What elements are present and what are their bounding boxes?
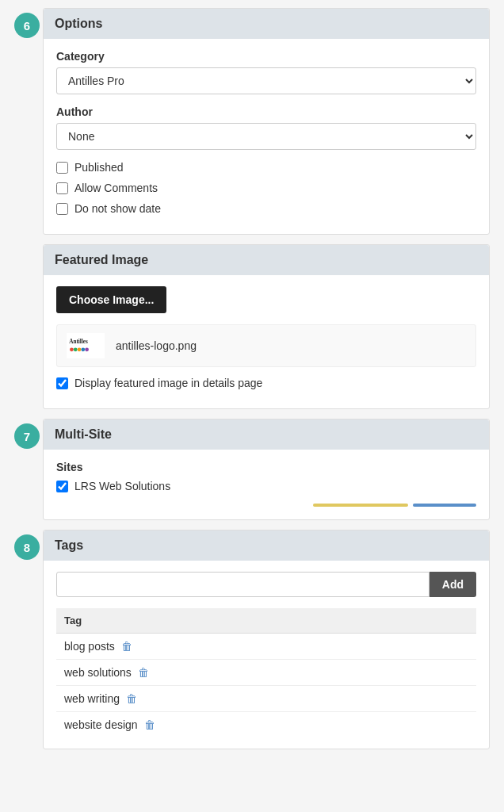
- delete-tag-icon[interactable]: 🗑: [121, 640, 132, 653]
- tags-input-row: Add: [56, 572, 476, 597]
- featured-image-section-header: Featured Image: [44, 245, 489, 275]
- svg-point-6: [85, 347, 89, 351]
- image-thumbnail: Antilles: [67, 331, 105, 360]
- svg-point-5: [81, 347, 85, 351]
- image-filename: antilles-logo.png: [116, 339, 197, 352]
- tag-name: website design: [64, 718, 138, 731]
- published-label: Published: [74, 161, 124, 174]
- step-8-badge: 8: [14, 534, 40, 560]
- delete-tag-icon[interactable]: 🗑: [126, 692, 137, 705]
- svg-point-3: [74, 347, 78, 351]
- svg-point-4: [78, 347, 82, 351]
- options-section-header: Options: [44, 9, 489, 39]
- svg-point-2: [70, 347, 74, 351]
- allow-comments-checkbox[interactable]: [56, 182, 68, 194]
- step-6-badge: 6: [14, 13, 40, 38]
- multi-site-section-header: Multi-Site: [44, 419, 489, 450]
- sites-label: Sites: [56, 461, 476, 473]
- image-preview-row: Antilles antilles-logo.png: [56, 324, 476, 367]
- display-featured-checkbox[interactable]: [56, 377, 68, 389]
- tags-table: Tag blog posts🗑web solutions🗑web writing…: [56, 608, 476, 737]
- scroll-track: [313, 504, 408, 507]
- display-featured-row: Display featured image in details page: [56, 377, 476, 389]
- add-tag-button[interactable]: Add: [430, 572, 476, 597]
- author-select[interactable]: None: [56, 123, 476, 150]
- allow-comments-row: Allow Comments: [56, 182, 476, 194]
- tags-section-header: Tags: [44, 530, 489, 561]
- delete-tag-icon[interactable]: 🗑: [138, 666, 149, 679]
- lrs-site-checkbox[interactable]: [56, 481, 68, 492]
- tag-cell: web writing🗑: [56, 686, 476, 711]
- tag-cell: website design🗑: [56, 712, 476, 737]
- lrs-site-row: LRS Web Solutions: [56, 480, 476, 492]
- scroll-thumb[interactable]: [413, 504, 476, 507]
- delete-tag-icon[interactable]: 🗑: [144, 718, 155, 731]
- tag-cell: blog posts🗑: [56, 634, 476, 659]
- category-label: Category: [56, 50, 476, 63]
- allow-comments-label: Allow Comments: [74, 182, 158, 194]
- display-featured-label: Display featured image in details page: [74, 377, 262, 389]
- category-select[interactable]: Antilles Pro: [56, 67, 476, 94]
- tag-name: blog posts: [64, 640, 115, 653]
- tag-name: web solutions: [64, 666, 132, 679]
- step-7-badge: 7: [14, 423, 40, 449]
- published-checkbox[interactable]: [56, 162, 68, 174]
- lrs-site-label: LRS Web Solutions: [74, 480, 170, 492]
- published-row: Published: [56, 161, 476, 174]
- choose-image-button[interactable]: Choose Image...: [56, 286, 166, 313]
- tag-column-header: Tag: [56, 608, 476, 634]
- svg-text:Antilles: Antilles: [69, 339, 88, 345]
- do-not-show-date-row: Do not show date: [56, 202, 476, 215]
- do-not-show-date-checkbox[interactable]: [56, 203, 68, 215]
- do-not-show-date-label: Do not show date: [74, 202, 161, 215]
- svg-rect-0: [67, 333, 105, 358]
- tag-input[interactable]: [56, 572, 430, 597]
- author-label: Author: [56, 105, 476, 118]
- tag-name: web writing: [64, 692, 120, 705]
- tag-cell: web solutions🗑: [56, 660, 476, 685]
